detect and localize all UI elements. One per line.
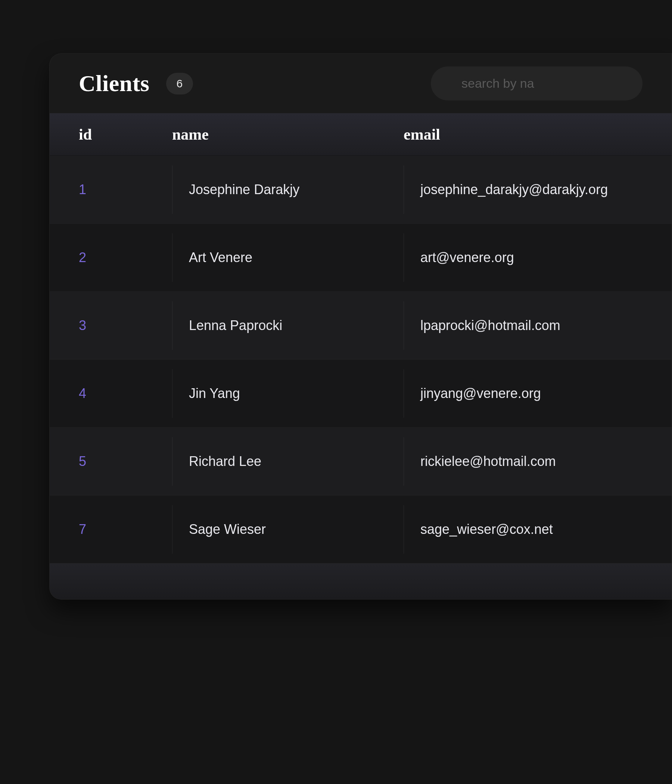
cell-name: Lenna Paprocki bbox=[172, 301, 404, 350]
table-row[interactable]: 1 Josephine Darakjy josephine_darakjy@da… bbox=[50, 156, 672, 224]
cell-id: 3 bbox=[79, 301, 172, 350]
search-input[interactable] bbox=[462, 76, 620, 91]
cell-id: 2 bbox=[79, 233, 172, 282]
cell-email: josephine_darakjy@darakjy.org bbox=[404, 165, 642, 214]
cell-name: Sage Wieser bbox=[172, 505, 404, 554]
table-row[interactable]: 3 Lenna Paprocki lpaprocki@hotmail.com bbox=[50, 292, 672, 359]
cell-id: 4 bbox=[79, 369, 172, 418]
panel-header: Clients 6 bbox=[50, 54, 672, 113]
cell-email: rickielee@hotmail.com bbox=[404, 437, 642, 486]
cell-email: lpaprocki@hotmail.com bbox=[404, 301, 642, 350]
clients-panel: Clients 6 id name email 1 Josephine Dara… bbox=[49, 53, 672, 600]
table-row[interactable]: 7 Sage Wieser sage_wieser@cox.net bbox=[50, 495, 672, 563]
cell-id: 1 bbox=[79, 165, 172, 214]
panel-footer bbox=[50, 563, 672, 599]
table-row[interactable]: 4 Jin Yang jinyang@venere.org bbox=[50, 359, 672, 428]
search-field-wrap[interactable] bbox=[431, 67, 642, 100]
column-header-email[interactable]: email bbox=[404, 126, 642, 143]
table-row[interactable]: 5 Richard Lee rickielee@hotmail.com bbox=[50, 428, 672, 495]
column-header-id[interactable]: id bbox=[79, 126, 172, 143]
cell-name: Richard Lee bbox=[172, 437, 404, 486]
column-header-name[interactable]: name bbox=[172, 126, 404, 143]
cell-name: Josephine Darakjy bbox=[172, 165, 404, 214]
cell-email: art@venere.org bbox=[404, 233, 642, 282]
table-row[interactable]: 2 Art Venere art@venere.org bbox=[50, 224, 672, 292]
cell-name: Art Venere bbox=[172, 233, 404, 282]
cell-email: jinyang@venere.org bbox=[404, 369, 642, 418]
cell-name: Jin Yang bbox=[172, 369, 404, 418]
table-body: 1 Josephine Darakjy josephine_darakjy@da… bbox=[50, 156, 672, 563]
table-header: id name email bbox=[50, 113, 672, 156]
cell-id: 7 bbox=[79, 505, 172, 554]
cell-id: 5 bbox=[79, 437, 172, 486]
page-title: Clients bbox=[79, 70, 150, 97]
count-badge: 6 bbox=[166, 73, 193, 95]
cell-email: sage_wieser@cox.net bbox=[404, 505, 642, 554]
